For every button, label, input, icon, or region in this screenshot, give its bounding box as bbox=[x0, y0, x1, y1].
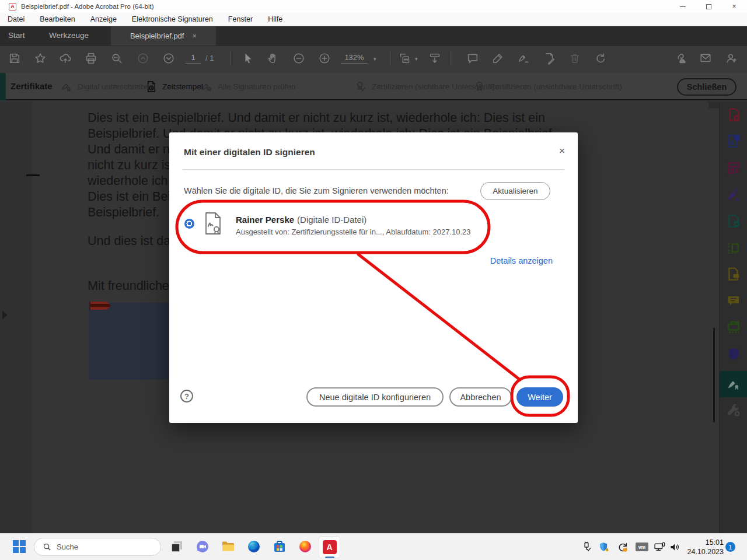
vm-tray-icon[interactable]: vm bbox=[636, 542, 648, 551]
crop-pages-icon[interactable] bbox=[726, 240, 741, 255]
scrollbar-top[interactable] bbox=[708, 102, 719, 108]
star-favorites-icon[interactable] bbox=[34, 52, 47, 65]
menu-elektronische-signaturen[interactable]: Elektronische Signaturen bbox=[124, 15, 221, 23]
window-title: Beispielbrief.pdf - Adobe Acrobat Pro (6… bbox=[21, 3, 154, 10]
configure-new-id-button[interactable]: Neue digitale ID konfigurieren bbox=[306, 387, 444, 407]
edge-icon[interactable] bbox=[247, 540, 261, 554]
continue-button[interactable]: Weiter bbox=[516, 387, 563, 407]
organize-pages-icon[interactable] bbox=[726, 160, 741, 176]
teams-icon[interactable] bbox=[196, 540, 210, 554]
menu-anzeige[interactable]: Anzeige bbox=[83, 15, 124, 23]
digital-id-label[interactable]: Rainer Perske(Digitale ID-Datei) bbox=[236, 215, 366, 225]
send-file-icon[interactable] bbox=[726, 214, 741, 229]
dialog-help-icon[interactable]: ? bbox=[180, 390, 193, 402]
firefox-icon[interactable] bbox=[298, 540, 312, 554]
certbar-close-button[interactable]: Schließen bbox=[677, 78, 736, 96]
cancel-button[interactable]: Abbrechen bbox=[449, 387, 512, 407]
protect-shield-icon[interactable] bbox=[726, 346, 741, 362]
dialog-close-icon[interactable]: × bbox=[559, 145, 565, 157]
previous-page-icon[interactable] bbox=[137, 52, 149, 65]
usb-tray-icon[interactable] bbox=[581, 541, 592, 553]
page-total-label: / 1 bbox=[205, 54, 214, 62]
volume-tray-icon[interactable] bbox=[669, 541, 680, 553]
scan-ocr-icon[interactable] bbox=[726, 320, 741, 335]
certify-invisible-button[interactable]: Zertifizieren (unsichtbare Unterschrift) bbox=[473, 80, 622, 93]
refresh-button[interactable]: Aktualisieren bbox=[480, 182, 550, 200]
more-tools-icon[interactable] bbox=[726, 402, 741, 418]
menu-hilfe[interactable]: Hilfe bbox=[260, 15, 290, 23]
create-pdf-icon[interactable] bbox=[726, 107, 741, 123]
next-page-icon[interactable] bbox=[162, 52, 175, 65]
clock-date: 24.10.2023 bbox=[683, 547, 724, 556]
comment-bubble-icon[interactable] bbox=[726, 293, 741, 309]
update-tray-icon[interactable] bbox=[617, 541, 629, 553]
file-explorer-icon[interactable] bbox=[221, 540, 235, 554]
store-icon[interactable] bbox=[273, 540, 287, 554]
zoom-out-icon[interactable] bbox=[292, 52, 305, 65]
page-comment-icon[interactable] bbox=[726, 267, 741, 282]
rotate-icon[interactable] bbox=[594, 52, 607, 65]
menu-fenster[interactable]: Fenster bbox=[221, 15, 260, 23]
validate-signatures-button[interactable]: Alle Signaturen prüfen bbox=[200, 80, 296, 93]
zoom-caret-icon[interactable]: ▾ bbox=[374, 56, 376, 62]
email-icon[interactable] bbox=[699, 52, 712, 65]
digital-id-radio[interactable] bbox=[184, 219, 194, 229]
search-icon bbox=[43, 542, 51, 551]
digital-id-info: Ausgestellt von: Zertifizierungsstelle f… bbox=[236, 228, 471, 236]
document-text-line: nicht zu kurz ist bbox=[88, 158, 174, 173]
details-link[interactable]: Details anzeigen bbox=[490, 256, 553, 265]
highlight-pencil-icon[interactable] bbox=[491, 52, 504, 65]
maximize-button[interactable] bbox=[696, 0, 721, 13]
zoom-in-icon[interactable] bbox=[318, 52, 331, 65]
taskbar-search[interactable]: Suche bbox=[34, 538, 161, 556]
fit-page-icon[interactable] bbox=[399, 52, 411, 65]
search-icon[interactable] bbox=[110, 52, 123, 65]
notification-badge[interactable]: 1 bbox=[725, 542, 735, 552]
share-upload-icon[interactable] bbox=[59, 52, 72, 65]
digital-sign-button[interactable]: Digital unterschreiben bbox=[60, 80, 154, 93]
tab-close-icon[interactable]: × bbox=[192, 32, 197, 40]
clock[interactable]: 15:01 24.10.2023 bbox=[683, 538, 724, 556]
tab-werkzeuge[interactable]: Werkzeuge bbox=[49, 31, 89, 40]
timestamp-button[interactable]: Zeitstempel bbox=[145, 80, 203, 93]
delete-trash-icon[interactable] bbox=[568, 52, 581, 65]
security-shield-tray-icon[interactable] bbox=[599, 541, 610, 553]
sign-pen-icon[interactable] bbox=[517, 52, 530, 65]
certificates-tool-icon[interactable] bbox=[726, 376, 741, 391]
sign-dialog: Mit einer digitalen ID signieren × Wähle… bbox=[169, 132, 578, 423]
page-number-input[interactable]: 1 bbox=[186, 53, 201, 64]
fill-sign-icon[interactable] bbox=[543, 52, 556, 65]
fit-width-icon[interactable] bbox=[428, 52, 441, 65]
tab-start[interactable]: Start bbox=[8, 31, 25, 40]
hand-tool-icon[interactable] bbox=[267, 52, 280, 65]
close-button[interactable]: × bbox=[721, 0, 747, 13]
document-text-line: Mit freundliche bbox=[88, 279, 169, 293]
zoom-level-input[interactable]: 132% bbox=[341, 53, 368, 64]
share-link-icon[interactable] bbox=[673, 52, 686, 65]
menu-datei[interactable]: Datei bbox=[0, 15, 32, 23]
acrobat-taskbar-button[interactable]: A bbox=[319, 536, 340, 558]
comment-icon[interactable] bbox=[466, 52, 479, 65]
dialog-title: Mit einer digitalen ID signieren bbox=[184, 147, 315, 158]
menu-bearbeiten[interactable]: Bearbeiten bbox=[32, 15, 82, 23]
add-person-icon[interactable] bbox=[725, 52, 738, 65]
comment-pen-icon[interactable] bbox=[726, 187, 741, 202]
signature-field[interactable] bbox=[89, 303, 169, 380]
scrollbar-thumb[interactable] bbox=[713, 328, 715, 422]
print-icon[interactable] bbox=[85, 52, 97, 65]
display-tray-icon[interactable] bbox=[654, 541, 665, 553]
save-icon[interactable] bbox=[8, 52, 21, 65]
minimize-button[interactable] bbox=[670, 0, 696, 13]
window-titlebar: A Beispielbrief.pdf - Adobe Acrobat Pro … bbox=[0, 0, 747, 13]
expand-panel-arrow-icon[interactable] bbox=[2, 311, 8, 319]
acrobat-logo-icon: A bbox=[323, 540, 337, 554]
tab-document[interactable]: Beispielbrief.pdf × bbox=[111, 26, 216, 46]
select-tool-icon[interactable] bbox=[242, 52, 254, 65]
certbar-title: Zertifikate bbox=[11, 81, 53, 91]
task-view-icon[interactable] bbox=[170, 540, 184, 554]
fit-caret-icon[interactable]: ▾ bbox=[415, 56, 418, 62]
export-pdf-icon[interactable] bbox=[726, 134, 741, 149]
active-app-indicator bbox=[325, 556, 334, 558]
fold-mark bbox=[26, 174, 40, 176]
start-button-icon[interactable] bbox=[13, 540, 26, 553]
